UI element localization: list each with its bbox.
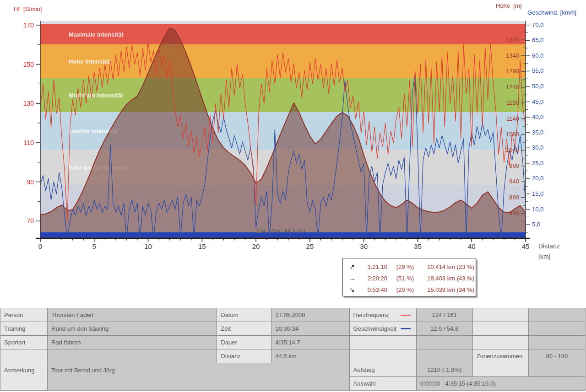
- sportart-value[interactable]: Rad fahren: [48, 336, 217, 349]
- flat-distance: 19.403 km: [414, 273, 455, 284]
- x-tick-label: 0: [38, 242, 42, 250]
- distanz-label: Distanz: [217, 349, 271, 363]
- summary-row-flat: → 2:20:20 (51 %) 19.403 km (43 %): [343, 273, 476, 284]
- zonen-label: Zonenzusammen: [472, 349, 528, 363]
- hf-tick-label: 70: [27, 217, 34, 225]
- ascent-time: 1:21:10: [359, 261, 387, 273]
- hoehe-axis-title: Höhe [m]: [496, 2, 521, 9]
- hoehe-tick-label: 1040: [506, 146, 519, 153]
- dauer-label: Dauer: [217, 336, 271, 349]
- empty-cell: [528, 322, 585, 336]
- empty-cell: [528, 308, 585, 322]
- sportart-label: Sportart: [0, 336, 48, 349]
- descent-distance-pct: (34 %): [455, 284, 474, 295]
- speed-tick-label: 50,0: [532, 83, 543, 90]
- x-tick-label: 45: [522, 242, 530, 250]
- speed-tick-label: 15,0: [532, 190, 543, 197]
- auswahl-label: Auswahl: [349, 377, 416, 391]
- speed-tick-label: 35,0: [532, 129, 543, 136]
- gradient-summary-box: ↗ 1:21:10 (29 %) 10.414 km (23 %) → 2:20…: [342, 258, 476, 296]
- empty-cell: [416, 349, 472, 363]
- x-tick-label: 15: [198, 242, 206, 250]
- hf-axis-title: HF [S/min]: [14, 5, 42, 12]
- aufstieg-label: Aufstieg: [349, 363, 416, 377]
- empty-cell: [416, 336, 472, 349]
- hf-tick-label: 90: [27, 178, 34, 186]
- empty-cell: [0, 349, 48, 363]
- empty-cell: [48, 349, 217, 363]
- speed-tick-label: 55,0: [532, 67, 543, 74]
- zone-label: Maximale Intensität: [69, 31, 124, 38]
- speed-axis-title: Geschwind. [km/h]: [527, 9, 576, 16]
- training-chart[interactable]: Maximale IntensitätHohe IntensitätModera…: [0, 0, 586, 302]
- hoehe-tick-label: 840: [509, 209, 519, 216]
- speed-tick-label: 65,0: [532, 37, 543, 43]
- x-tick-label: 20: [252, 242, 260, 250]
- hoehe-tick-label: 1140: [506, 115, 519, 122]
- summary-row-ascent: ↗ 1:21:10 (29 %) 10.414 km (23 %): [343, 261, 476, 273]
- speed-tick-label: 5,0: [532, 221, 540, 228]
- speed-tick-label: 10,0: [532, 206, 543, 213]
- table-row: Training Rund um den Säuling Zeit 10:30:…: [0, 322, 586, 336]
- table-row: Person Thorsten Faderl Datum 17.05.2008 …: [0, 308, 586, 322]
- dauer-value: 4:35:14.7: [271, 336, 349, 349]
- hoehe-tick-label: 940: [509, 178, 519, 185]
- empty-cell: [472, 308, 528, 322]
- hoehe-tick-label: 1090: [506, 131, 519, 138]
- datum-value[interactable]: 17.05.2008: [271, 308, 349, 322]
- speed-tick-label: 45,0: [532, 98, 543, 105]
- aufstieg-value: 1210 (-1.8%): [416, 363, 472, 377]
- training-value[interactable]: Rund um den Säuling: [48, 322, 217, 336]
- empty-cell: [472, 322, 528, 336]
- hoehe-tick-label: 1240: [506, 84, 519, 91]
- hr-legend-line-icon: [401, 315, 411, 316]
- person-label: Person: [0, 308, 48, 322]
- distanz-axis-title-line1: Distanz: [538, 241, 560, 252]
- hoehe-tick-label: 1390: [506, 36, 519, 43]
- person-value[interactable]: Thorsten Faderl: [48, 308, 217, 322]
- descent-distance: 15.039 km: [414, 284, 455, 295]
- speed-legend-line-icon: [401, 328, 411, 329]
- x-tick-label: 35: [414, 242, 422, 250]
- auswahl-value[interactable]: 0:00:00 - 4:35:15 (4:35:15.0): [416, 377, 585, 391]
- table-row: Anmerkung Tour mit Bernd und Jörg Aufsti…: [0, 363, 586, 377]
- x-tick-label: 10: [144, 242, 152, 250]
- hoehe-tick-label: 890: [509, 194, 519, 201]
- hf-tick-label: 130: [23, 100, 34, 107]
- x-tick-label: 30: [360, 242, 368, 250]
- speed-tick-label: 40,0: [532, 113, 543, 120]
- descent-arrow-icon: ↘: [345, 284, 359, 295]
- anmerkung-value[interactable]: Tour mit Bernd und Jörg: [48, 363, 349, 391]
- empty-cell: [349, 336, 416, 349]
- ascent-distance: 10.414 km: [414, 261, 455, 273]
- empty-cell: [349, 349, 416, 363]
- table-row: Sportart Rad fahren Dauer 4:35:14.7: [0, 336, 586, 349]
- speed-tick-label: 25,0: [532, 160, 543, 166]
- distanz-axis-title: Distanz [km]: [538, 241, 560, 262]
- distanz-axis-title-line2: [km]: [538, 252, 560, 262]
- datum-label: Datum: [217, 308, 271, 322]
- speed-tick-label: 60,0: [532, 52, 543, 59]
- hf-tick-label: 170: [23, 21, 34, 29]
- x-tick-label: 40: [468, 242, 476, 250]
- zonen-value[interactable]: 80 - 180: [528, 349, 585, 363]
- distanz-value: 44.5 km: [271, 349, 349, 363]
- hoehe-tick-label: 1190: [506, 99, 519, 106]
- ascent-arrow-icon: ↗: [345, 261, 359, 273]
- x-tick-label: 25: [306, 242, 314, 250]
- zeit-value[interactable]: 10:30:34: [271, 322, 349, 336]
- flat-distance-pct: (43 %): [455, 273, 474, 284]
- chart-area[interactable]: Maximale IntensitätHohe IntensitätModera…: [0, 0, 586, 302]
- hf-tick-label: 110: [24, 139, 34, 146]
- flat-arrow-icon: →: [345, 273, 359, 284]
- training-label: Training: [0, 322, 48, 336]
- hoehe-tick-label: 1290: [506, 68, 519, 75]
- flat-time: 2:20:20: [359, 273, 387, 284]
- x-tick-label: 5: [92, 242, 96, 250]
- descent-time-pct: (20 %): [387, 284, 414, 295]
- zone-label: Hohe Intensität: [69, 58, 112, 65]
- summary-row-descent: ↘ 0:53:40 (20 %) 15.039 km (34 %): [343, 284, 476, 295]
- speed-tick-label: 70,0: [532, 21, 543, 28]
- herzfrequenz-value: 124 / 161: [416, 308, 472, 322]
- empty-cell: [472, 363, 528, 377]
